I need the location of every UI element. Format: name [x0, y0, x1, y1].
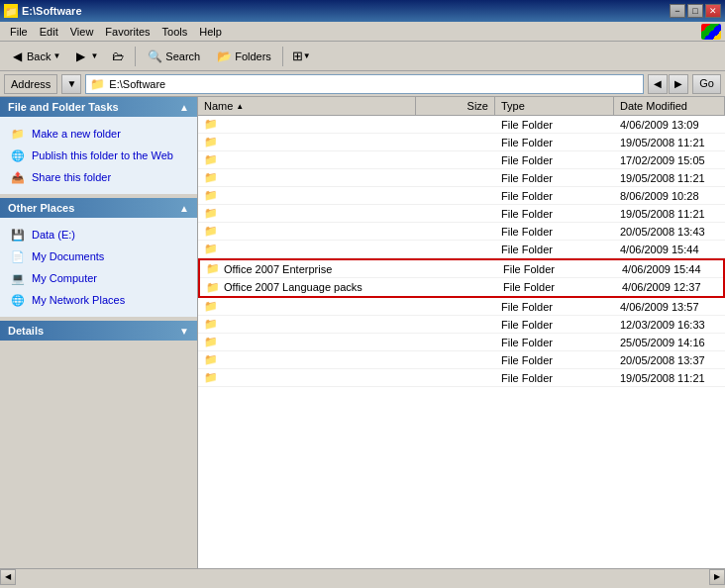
col-header-type[interactable]: Type	[495, 97, 614, 115]
file-cell-name: 📁	[198, 353, 416, 367]
file-row[interactable]: 📁 File Folder 25/05/2009 14:16	[198, 334, 725, 351]
title-bar-left: 📁 E:\Software	[4, 4, 82, 18]
address-nav-left[interactable]: ◀	[648, 74, 668, 94]
folder-icon: 📁	[204, 190, 218, 202]
col-header-date[interactable]: Date Modified	[614, 97, 725, 115]
file-cell-name: 📁	[198, 189, 416, 203]
my-computer-item[interactable]: 💻 My Computer	[8, 267, 189, 289]
file-folder-tasks-body: 📁 Make a new folder 🌐 Publish this folde…	[0, 117, 197, 194]
view-dropdown-icon: ▼	[303, 51, 311, 60]
folder-icon: 📁	[206, 281, 220, 293]
file-cell-type: File Folder	[495, 171, 614, 185]
forward-dropdown-icon: ▼	[90, 51, 98, 60]
menu-edit[interactable]: Edit	[34, 24, 64, 40]
file-row[interactable]: 📁 File Folder 20/05/2008 13:43	[198, 223, 725, 241]
menu-tools[interactable]: Tools	[156, 24, 194, 40]
publish-folder-icon: 🌐	[10, 147, 26, 163]
file-row[interactable]: 📁 File Folder 4/06/2009 15:44	[198, 241, 725, 258]
back-button[interactable]: ◀ Back ▼	[4, 45, 65, 68]
title-bar: 📁 E:\Software − □ ✕	[0, 0, 725, 22]
file-cell-name: 📁	[198, 207, 416, 221]
my-network-places-item[interactable]: 🌐 My Network Places	[8, 289, 189, 311]
other-places-header[interactable]: Other Places ▲	[0, 198, 197, 218]
col-header-name[interactable]: Name ▲	[198, 97, 416, 115]
details-header[interactable]: Details ▼	[0, 321, 197, 341]
horizontal-scrollbar[interactable]: ◀ ▶	[0, 568, 725, 584]
file-cell-type: File Folder	[495, 189, 614, 203]
make-folder-label: Make a new folder	[32, 128, 121, 140]
scroll-left-btn[interactable]: ◀	[0, 569, 16, 585]
folder-icon: 📁	[204, 226, 218, 238]
col-header-size[interactable]: Size	[416, 97, 495, 115]
file-cell-date: 4/06/2009 12:37	[616, 280, 723, 294]
toolbar: ◀ Back ▼ ▶ ▼ 🗁 🔍 Search 📂 Folders ⊞ ▼	[0, 42, 725, 71]
search-label: Search	[165, 50, 200, 62]
minimize-button[interactable]: −	[670, 4, 685, 18]
file-row[interactable]: 📁 File Folder 19/05/2008 11:21	[198, 134, 725, 151]
file-cell-size	[416, 159, 495, 161]
menu-favorites[interactable]: Favorites	[99, 24, 155, 40]
file-cell-type: File Folder	[495, 336, 614, 349]
file-row[interactable]: 📁 File Folder 19/05/2008 11:21	[198, 169, 725, 187]
file-row[interactable]: 📁 File Folder 4/06/2009 13:57	[198, 298, 725, 316]
close-button[interactable]: ✕	[705, 4, 721, 18]
file-row[interactable]: 📁 File Folder 12/03/2009 16:33	[198, 316, 725, 334]
file-row-office-langpacks[interactable]: 📁 Office 2007 Language packs File Folder…	[200, 278, 723, 296]
address-arrows: ▼	[61, 74, 81, 94]
up-button[interactable]: 🗁	[105, 45, 131, 68]
forward-icon: ▶	[72, 49, 88, 64]
file-row[interactable]: 📁 File Folder 20/05/2008 13:37	[198, 351, 725, 369]
publish-folder-item[interactable]: 🌐 Publish this folder to the Web	[8, 145, 189, 166]
data-drive-item[interactable]: 💾 Data (E:)	[8, 224, 189, 245]
menu-help[interactable]: Help	[193, 24, 228, 40]
sort-icon: ▲	[236, 102, 244, 111]
search-button[interactable]: 🔍 Search	[140, 46, 207, 67]
file-cell-size	[418, 286, 497, 288]
file-row[interactable]: 📁 File Folder 8/06/2009 10:28	[198, 187, 725, 205]
address-down-arrow[interactable]: ▼	[61, 74, 81, 94]
address-bar: Address ▼ 📁 E:\Software ◀ ▶ Go	[0, 71, 725, 97]
file-cell-name: 📁	[198, 371, 416, 385]
file-cell-size	[416, 324, 495, 326]
file-folder-tasks-header[interactable]: File and Folder Tasks ▲	[0, 97, 197, 117]
other-places-body: 💾 Data (E:) 📄 My Documents 💻 My Computer…	[0, 218, 197, 317]
make-folder-icon: 📁	[10, 126, 26, 142]
address-label: Address	[4, 74, 57, 94]
file-cell-date: 4/06/2009 13:09	[614, 118, 725, 132]
menu-file[interactable]: File	[4, 24, 34, 40]
file-cell-type: File Folder	[495, 318, 614, 332]
left-panel: File and Folder Tasks ▲ 📁 Make a new fol…	[0, 97, 198, 568]
go-button[interactable]: Go	[692, 74, 721, 94]
file-row[interactable]: 📁 File Folder 17/02/2009 15:05	[198, 151, 725, 169]
forward-button[interactable]: ▶ ▼	[67, 45, 103, 68]
scroll-track[interactable]	[16, 569, 709, 585]
file-cell-size	[416, 306, 495, 308]
share-folder-item[interactable]: 📤 Share this folder	[8, 166, 189, 188]
file-row[interactable]: 📁 File Folder 19/05/2008 11:21	[198, 369, 725, 387]
data-drive-icon: 💾	[10, 227, 26, 243]
folders-button[interactable]: 📂 Folders	[209, 46, 278, 67]
file-cell-date: 8/06/2009 10:28	[614, 189, 725, 203]
details-section: Details ▼	[0, 321, 197, 341]
file-cell-size	[416, 142, 495, 144]
menu-view[interactable]: View	[64, 24, 100, 40]
address-nav-right[interactable]: ▶	[669, 74, 688, 94]
windows-logo	[701, 24, 721, 40]
file-cell-name: 📁	[198, 318, 416, 332]
file-row-office-enterprise[interactable]: 📁 Office 2007 Enterprise File Folder 4/0…	[200, 260, 723, 278]
file-row[interactable]: 📁 File Folder 4/06/2009 13:09	[198, 116, 725, 134]
address-input[interactable]: 📁 E:\Software	[85, 74, 644, 94]
file-cell-name: 📁 Office 2007 Enterprise	[200, 262, 418, 276]
file-row[interactable]: 📁 File Folder 19/05/2008 11:21	[198, 205, 725, 223]
view-button[interactable]: ⊞ ▼	[287, 46, 316, 66]
file-cell-name: 📁	[198, 171, 416, 185]
details-label: Details	[8, 325, 44, 337]
file-cell-date: 20/05/2008 13:43	[614, 225, 725, 239]
maximize-button[interactable]: □	[687, 4, 703, 18]
make-new-folder-item[interactable]: 📁 Make a new folder	[8, 123, 189, 145]
file-name: Office 2007 Language packs	[224, 281, 362, 293]
folder-icon: 📁	[204, 172, 218, 184]
my-documents-item[interactable]: 📄 My Documents	[8, 245, 189, 267]
scroll-right-btn[interactable]: ▶	[709, 569, 725, 585]
file-cell-type: File Folder	[495, 300, 614, 314]
